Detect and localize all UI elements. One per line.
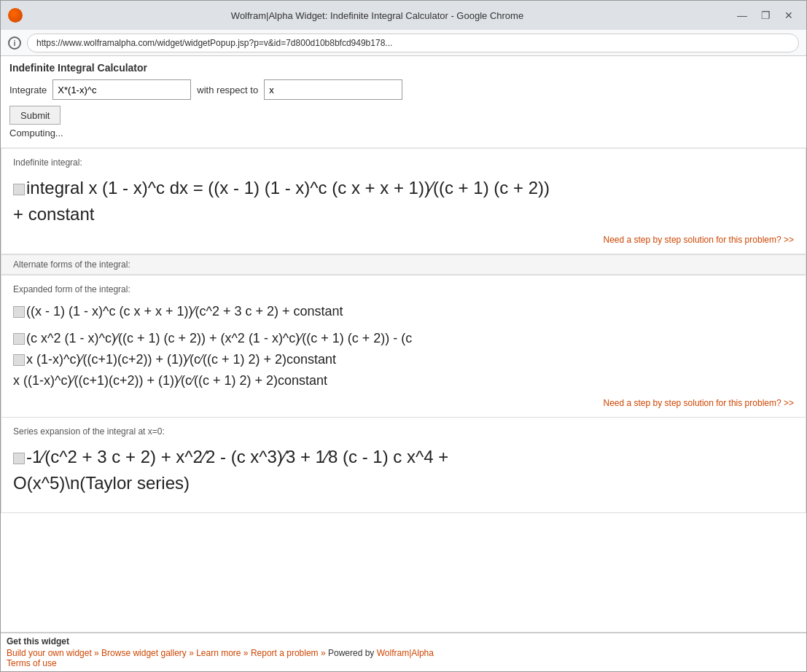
expanded-form-line3: x (1-x)^c)∕((c+1)(c+2)) + (1))∕(c∕((c + … — [13, 350, 794, 370]
expanded-form-label: Expanded form of the integral: — [13, 284, 794, 294]
widget-title: Indefinite Integral Calculator — [9, 62, 798, 74]
widget-header: Indefinite Integral Calculator Integrate… — [1, 56, 806, 148]
wolfram-alpha-link[interactable]: Wolfram|Alpha — [377, 648, 434, 658]
indefinite-integral-formula: integral x (1 - x)^c dx = ((x - 1) (1 - … — [13, 175, 794, 227]
function-input[interactable] — [52, 79, 191, 100]
expanded-form-line4: x ((1-x)^c)∕((c+1)(c+2)) + (1))∕(c∕((c +… — [13, 371, 794, 391]
series-icon — [13, 453, 25, 464]
browse-gallery-link[interactable]: Browse widget gallery » — [101, 648, 194, 658]
results-area[interactable]: Indefinite integral: integral x (1 - x)^… — [1, 148, 806, 632]
expanded-form-lines: (c x^2 (1 - x)^c)∕((c + 1) (c + 2)) + (x… — [13, 329, 794, 391]
step-link-1[interactable]: Need a step by step solution for this pr… — [13, 235, 794, 245]
expanded-icon-2 — [13, 333, 25, 345]
variable-input[interactable] — [264, 79, 402, 100]
minimize-button[interactable]: — — [732, 5, 752, 26]
info-icon[interactable]: i — [8, 36, 21, 50]
computing-text: Computing... — [9, 125, 798, 141]
indefinite-integral-section: Indefinite integral: integral x (1 - x)^… — [1, 148, 806, 254]
expanded-form-line1: ((x - 1) (1 - x)^c (c x + x + 1))∕(c^2 +… — [13, 302, 794, 321]
address-bar: i — [1, 30, 806, 56]
integrate-label: Integrate — [9, 85, 47, 95]
expanded-icon-3 — [13, 354, 25, 366]
footer-links-row: Build your own widget » Browse widget ga… — [7, 648, 800, 658]
build-widget-link[interactable]: Build your own widget » — [7, 648, 99, 658]
powered-by-label: Powered by — [328, 648, 374, 658]
page-content: Indefinite Integral Calculator Integrate… — [1, 56, 806, 671]
address-input[interactable] — [27, 34, 799, 52]
alternate-forms-header: Alternate forms of the integral: — [1, 254, 806, 275]
restore-button[interactable]: ❐ — [755, 5, 776, 26]
terms-of-use-link[interactable]: Terms of use — [7, 658, 800, 668]
get-widget-label: Get this widget — [7, 636, 800, 646]
window-title: Wolfram|Alpha Widget: Indefinite Integra… — [28, 10, 726, 21]
series-expansion-section: Series expansion of the integral at x=0:… — [1, 418, 806, 513]
page-footer: Get this widget Build your own widget » … — [1, 632, 806, 671]
expanded-icon-1 — [13, 306, 25, 318]
indefinite-integral-label: Indefinite integral: — [13, 157, 794, 168]
chrome-icon — [8, 8, 23, 23]
chrome-window: Wolfram|Alpha Widget: Indefinite Integra… — [0, 0, 807, 672]
submit-button[interactable]: Submit — [9, 106, 61, 125]
step-link-2[interactable]: Need a step by step solution for this pr… — [13, 398, 794, 408]
expanded-form-line2: (c x^2 (1 - x)^c)∕((c + 1) (c + 2)) + (x… — [13, 329, 794, 348]
integral-icon — [13, 184, 25, 195]
series-expansion-formula: -1∕(c^2 + 3 c + 2) + x^2∕2 - (c x^3)∕3 +… — [13, 444, 794, 496]
close-button[interactable]: ✕ — [779, 5, 799, 26]
report-problem-link[interactable]: Report a problem » — [251, 648, 326, 658]
expanded-form-section: Expanded form of the integral: ((x - 1) … — [1, 275, 806, 418]
with-respect-label: with respect to — [197, 85, 258, 95]
window-controls: — ❐ ✕ — [732, 5, 799, 26]
title-bar: Wolfram|Alpha Widget: Indefinite Integra… — [1, 1, 806, 30]
series-expansion-label: Series expansion of the integral at x=0: — [13, 426, 794, 437]
integrate-row: Integrate with respect to — [9, 79, 798, 100]
learn-more-link[interactable]: Learn more » — [196, 648, 248, 658]
